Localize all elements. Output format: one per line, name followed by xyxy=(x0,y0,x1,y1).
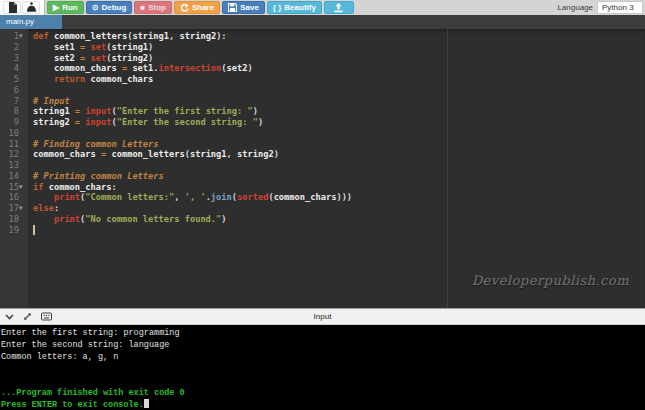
line-number[interactable]: 3 xyxy=(0,53,28,64)
console-line: Enter the first string: programming xyxy=(0,327,645,339)
share-icon xyxy=(180,3,189,12)
code-line xyxy=(33,160,645,171)
run-button[interactable]: ▶ Run xyxy=(47,1,84,14)
console-title: Input xyxy=(0,312,645,321)
stop-icon: ■ xyxy=(140,4,145,12)
line-number[interactable]: 2 xyxy=(0,42,28,53)
line-number[interactable]: 5 xyxy=(0,74,28,85)
code-line: # Printing common Letters xyxy=(33,171,645,182)
braces-icon: { } xyxy=(273,4,281,12)
language-value: Python 3 xyxy=(602,3,634,12)
line-number[interactable]: 6 xyxy=(0,85,28,96)
console-line: ...Program finished with exit code 0 xyxy=(0,387,645,399)
code-line: print("No common letters found.") xyxy=(33,214,645,225)
text-cursor xyxy=(33,225,35,235)
line-number[interactable]: 4 xyxy=(0,63,28,74)
code-line: return common_chars xyxy=(33,74,645,85)
run-label: Run xyxy=(62,3,78,12)
stop-label: Stop xyxy=(148,3,166,12)
console-toolbar xyxy=(0,312,52,321)
play-icon: ▶ xyxy=(53,4,59,12)
debug-button[interactable]: ⊙ Debug xyxy=(86,1,133,14)
fold-arrow-icon[interactable]: ▾ xyxy=(19,203,28,214)
beautify-label: Beautify xyxy=(284,3,316,12)
code-line: # Input xyxy=(33,96,645,107)
online-python-ide: ▶ Run ⊙ Debug ■ Stop Share Save { } Beau… xyxy=(0,0,645,410)
line-number[interactable]: 17▾ xyxy=(0,203,28,214)
tab-main-py[interactable]: main.py xyxy=(0,15,62,29)
console-output[interactable]: Enter the first string: programmingEnter… xyxy=(0,325,645,410)
keyboard-icon xyxy=(41,312,52,321)
debug-label: Debug xyxy=(101,3,126,12)
code-line: common_chars = common_letters(string1, s… xyxy=(33,149,645,160)
new-file-icon xyxy=(8,2,17,13)
line-number[interactable]: 18 xyxy=(0,214,28,225)
upload-icon xyxy=(334,3,343,13)
code-line: common_chars = set1.intersection(set2) xyxy=(33,63,645,74)
collapse-console-button[interactable] xyxy=(5,314,14,320)
debug-icon: ⊙ xyxy=(92,4,99,12)
code-editor[interactable]: 1▾23456789101112131415▾1617▾1819 def com… xyxy=(0,29,645,308)
line-number[interactable]: 8 xyxy=(0,106,28,117)
code-line xyxy=(33,85,645,96)
code-area[interactable]: def common_letters(string1, string2): se… xyxy=(33,31,645,235)
line-number[interactable]: 7 xyxy=(0,96,28,107)
console-header: Input xyxy=(0,308,645,325)
line-number[interactable]: 13 xyxy=(0,160,28,171)
code-line: if common_chars: xyxy=(33,182,645,193)
line-number[interactable]: 10 xyxy=(0,128,28,139)
save-icon xyxy=(228,3,237,12)
language-label: Language xyxy=(557,3,593,12)
upload-button[interactable] xyxy=(324,1,354,14)
code-line: string2 = input("Enter the second string… xyxy=(33,117,645,128)
code-line: def common_letters(string1, string2): xyxy=(33,31,645,42)
code-line: string1 = input("Enter the first string:… xyxy=(33,106,645,117)
beanie-cap-icon xyxy=(26,2,37,13)
fork-project-button[interactable] xyxy=(22,1,40,14)
console-line: Common letters: a, g, n xyxy=(0,351,645,363)
code-line: set2 = set(string2) xyxy=(33,53,645,64)
editor-gutter[interactable]: 1▾23456789101112131415▾1617▾1819 xyxy=(0,29,28,308)
stop-button[interactable]: ■ Stop xyxy=(134,1,172,14)
tab-bar: main.py xyxy=(0,15,645,29)
toolbar: ▶ Run ⊙ Debug ■ Stop Share Save { } Beau… xyxy=(0,0,645,15)
keyboard-button[interactable] xyxy=(41,312,52,321)
chevron-down-icon xyxy=(5,314,14,320)
new-file-button[interactable] xyxy=(3,1,21,14)
line-number[interactable]: 1▾ xyxy=(0,31,28,42)
save-button[interactable]: Save xyxy=(222,1,265,14)
expand-console-button[interactable] xyxy=(23,312,32,321)
beautify-button[interactable]: { } Beautify xyxy=(267,1,322,14)
console-line: Enter the second string: language xyxy=(0,339,645,351)
line-number[interactable]: 16 xyxy=(0,192,28,203)
line-number[interactable]: 9 xyxy=(0,117,28,128)
line-number[interactable]: 11 xyxy=(0,139,28,150)
code-line: set1 = set(string1) xyxy=(33,42,645,53)
console-line xyxy=(0,375,645,387)
console-line: Press ENTER to exit console. xyxy=(0,399,645,410)
code-line: else: xyxy=(33,203,645,214)
save-label: Save xyxy=(240,3,259,12)
console-cursor xyxy=(144,399,149,408)
language-select[interactable]: Python 3 xyxy=(597,1,643,14)
fold-arrow-icon[interactable]: ▾ xyxy=(19,31,28,42)
share-label: Share xyxy=(192,3,214,12)
print-margin-line xyxy=(447,29,448,308)
console-line xyxy=(0,363,645,375)
line-number[interactable]: 14 xyxy=(0,171,28,182)
expand-icon xyxy=(23,312,32,321)
code-line xyxy=(33,225,645,236)
watermark: Developerpublish.com xyxy=(472,273,629,288)
fold-arrow-icon[interactable]: ▾ xyxy=(19,182,28,193)
line-number[interactable]: 19 xyxy=(0,225,28,236)
code-line: print("Common letters:", ', '.join(sorte… xyxy=(33,192,645,203)
line-number[interactable]: 12 xyxy=(0,149,28,160)
file-button-group xyxy=(0,0,45,15)
line-number[interactable]: 15▾ xyxy=(0,182,28,193)
code-line xyxy=(33,128,645,139)
share-button[interactable]: Share xyxy=(174,1,220,14)
code-line: # Finding common Letters xyxy=(33,139,645,150)
language-group: Language Python 3 xyxy=(557,0,643,15)
